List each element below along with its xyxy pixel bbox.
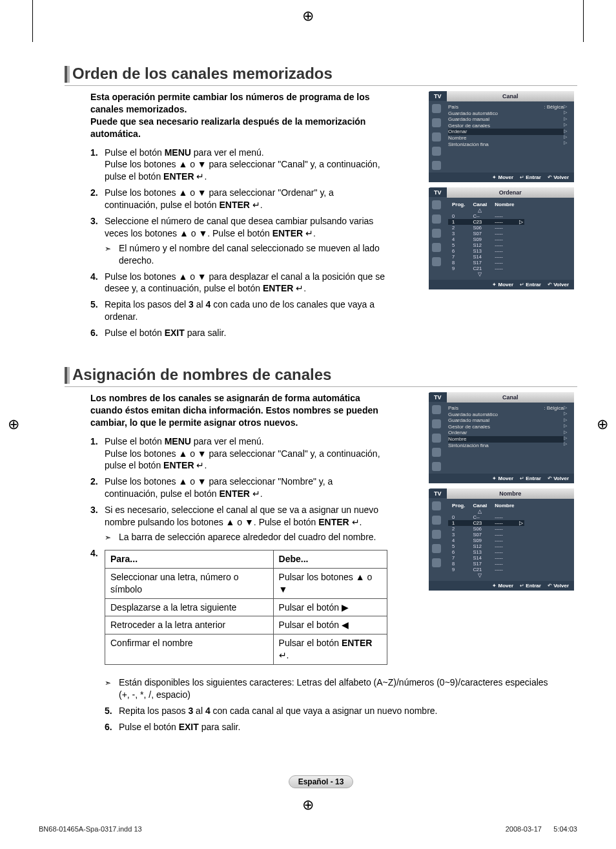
osd-sidebar-icons [429,403,444,474]
step-body: Si es necesario, seleccione el canal al … [105,504,387,543]
osd-foot-back: ↶ Volver [548,583,569,589]
osd-list-row: 6S13----- [448,248,524,254]
osd-list-row: 5S12----- [448,543,524,549]
osd-list-row: 8S17----- [448,561,524,567]
osd-foot-move: ✦ Mover [492,476,513,481]
section-accent-bar [65,367,70,384]
osd-channel-table: Prog.CanalNombre△0C-------1C23-----▷2S06… [448,503,524,578]
section-intro: Los nombres de los canales se asignarán … [90,392,387,429]
step-body: Pulse el botón MENU para ver el menú.Pul… [105,147,387,183]
osd-sidebar-icons [429,101,444,173]
osd-list-row: 1C23-----▷ [448,520,524,526]
osd-list-row: 7S14----- [448,254,524,260]
step-body: Repita los pasos 3 al 4 con cada canal a… [119,705,557,717]
osd-menu-item: Guardado manual [448,116,564,123]
step-number: 6. [90,327,105,339]
osd-list-row: 1C23-----▷ [448,219,524,225]
step-number: 4. [90,547,105,665]
osd-foot-enter: ↵ Entrar [520,476,541,481]
osd-menu-item: Gestor de canales [448,424,564,430]
osd-ordenar-list: TVOrdenarProg.CanalNombre△0C-------1C23-… [429,187,574,289]
step-body: Repita los pasos del 3 al 4 con cada uno… [105,299,387,323]
section-accent-bar [65,66,70,83]
osd-foot-back: ↶ Volver [548,282,569,288]
osd-title: Canal [447,91,574,101]
footer-left: BN68-01465A-Spa-0317.indd 13 [39,825,142,833]
osd-col-head: Canal [469,202,491,207]
osd-sidebar-icons [429,198,444,280]
osd-list-row: 2S06----- [448,225,524,231]
osd-canal-menu: TVCanalPaís: BélgicaGuardado automáticoG… [429,91,574,182]
step-number: 5. [105,705,119,717]
page-badge: Español - 13 [289,775,354,788]
osd-tab: TV [429,489,447,498]
osd-sidebar-icons [429,499,444,581]
note-arrow-icon: ➣ [105,531,119,543]
osd-col-head: Prog. [448,202,469,207]
osd-menu-item: País: Bélgica [448,104,564,110]
print-mark-icon: ⊕ [302,797,314,813]
step-body: Pulse los botones ▲ o ▼ para seleccionar… [105,476,387,500]
osd-foot-enter: ↵ Entrar [520,282,541,288]
table-cell: Pulsar el botón ENTER ↵. [273,634,387,665]
osd-list-row: 0C------- [448,213,524,219]
section-title: Orden de los canales memorizados [72,65,333,83]
step-number: 1. [90,435,105,472]
osd-foot-move: ✦ Mover [492,583,513,589]
osd-menu-item: Ordenar [448,430,564,436]
osd-channel-table: Prog.CanalNombre△0C-------1C23-----▷2S06… [448,202,524,277]
osd-menu-item: Sintonización fina [448,142,564,148]
osd-foot-back: ↶ Volver [548,476,569,481]
osd-list-row: 3S07----- [448,231,524,236]
step-number: 3. [90,215,105,267]
osd-list-row: 0C------- [448,514,524,520]
table-cell: Pulsar el botón ◀ [273,616,387,634]
print-mark-icon: ⊕ [302,8,314,25]
osd-list-row: 2S06----- [448,526,524,532]
note-arrow-icon: ➣ [105,676,119,701]
osd-list-row: 6S13----- [448,549,524,555]
osd-list-row: 4S09----- [448,236,524,242]
osd-title: Ordenar [447,187,574,198]
step-number: 1. [90,147,105,183]
osd-title: Nombre [447,488,574,499]
step-body: Pulse los botones ▲ o ▼ para desplazar e… [105,271,387,295]
step-body: Pulse el botón MENU para ver el menú.Pul… [105,435,387,472]
osd-list-row: 9C21----- [448,567,524,572]
osd-menu-item: Guardado automático [448,110,564,117]
osd-col-head: Nombre [491,202,518,207]
osd-menu-item: Nombre [448,135,564,142]
section-title: Asignación de nombres de canales [72,366,331,384]
osd-col-head: Nombre [491,503,518,508]
osd-list-row: 3S07----- [448,532,524,538]
table-header: Para... [105,550,274,568]
osd-tab: TV [429,393,447,402]
osd-list-row: 5S12----- [448,242,524,248]
step-number: 2. [90,476,105,500]
step-number: 4. [90,271,105,295]
osd-list-row: 7S14----- [448,555,524,561]
osd-foot-move: ✦ Mover [492,174,513,180]
sub-note: La barra de selección aparece alrededor … [119,531,387,543]
steps-list: 5.Repita los pasos 3 al 4 con cada canal… [105,705,557,733]
osd-tab: TV [429,92,447,101]
note-row: ➣ Están disponibles los siguientes carac… [105,676,557,701]
osd-footer: ✦ Mover↵ Entrar↶ Volver [429,581,574,591]
osd-footer: ✦ Mover↵ Entrar↶ Volver [429,474,574,483]
footer-right: 2008-03-17 5:04:03 [506,825,577,833]
osd-col-head: Canal [469,503,491,508]
steps-list: 1.Pulse el botón MENU para ver el menú.P… [90,147,387,339]
note-text: Están disponibles los siguientes caracte… [119,676,557,701]
crop-mark [583,0,584,42]
step-number: 6. [105,721,119,733]
osd-foot-back: ↶ Volver [548,174,569,180]
osd-title: Canal [447,392,574,403]
crop-mark [32,0,33,42]
osd-menu-item: Gestor de canales [448,123,564,129]
osd-list-row: 8S17----- [448,260,524,266]
osd-menu-item: Sintonización fina [448,443,564,449]
osd-menu-item: Ordenar [448,129,564,135]
table-header: Debe... [273,550,387,568]
osd-nombre-list: TVNombreProg.CanalNombre△0C-------1C23--… [429,488,574,591]
osd-menu-item: País: Bélgica [448,405,564,412]
